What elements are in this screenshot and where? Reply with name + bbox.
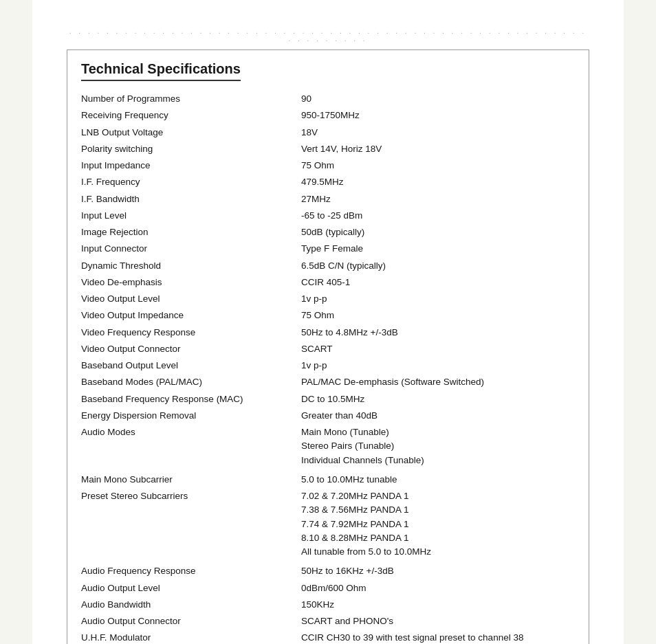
table-row: Baseband Modes (PAL/MAC)PAL/MAC De-empha… — [81, 374, 575, 390]
page-title: Technical Specifications — [81, 61, 241, 81]
table-row: Audio Bandwidth150KHz — [81, 597, 575, 613]
spec-label: Energy Dispersion Removal — [81, 408, 301, 424]
spec-label: LNB Output Voltage — [81, 124, 301, 141]
spec-value: 75 Ohm — [301, 307, 575, 324]
spec-value: Greater than 40dB — [301, 408, 575, 424]
spec-value: DC to 10.5MHz — [301, 391, 575, 408]
spec-value: CCIR 405-1 — [301, 274, 575, 291]
table-row: Input ConnectorType F Female — [81, 241, 575, 257]
spec-value: 6.5dB C/N (typically) — [301, 258, 575, 274]
spec-value: -65 to -25 dBm — [301, 208, 575, 224]
spec-value: PAL/MAC De-emphasis (Software Switched) — [301, 374, 575, 390]
table-row: Baseband Output Level1v p-p — [81, 357, 575, 374]
spec-label: Main Mono Subcarrier — [81, 471, 301, 488]
spec-value: 7.02 & 7.20MHz PANDA 17.38 & 7.56MHz PAN… — [301, 488, 575, 560]
table-row: Main Mono Subcarrier5.0 to 10.0MHz tunab… — [81, 471, 575, 488]
table-row: I.F. Frequency479.5MHz — [81, 174, 575, 190]
spec-label: Video Output Impedance — [81, 307, 301, 324]
spec-label: Video Frequency Response — [81, 324, 301, 341]
spec-label: Input Connector — [81, 241, 301, 257]
spec-label: Dynamic Threshold — [81, 258, 301, 274]
table-row: Input Level-65 to -25 dBm — [81, 208, 575, 224]
spec-value: 5.0 to 10.0MHz tunable — [301, 471, 575, 488]
spec-value: 90 — [301, 91, 575, 107]
spec-value: Vert 14V, Horiz 18V — [301, 141, 575, 157]
spec-label: Number of Programmes — [81, 91, 301, 107]
spec-label: Video Output Level — [81, 291, 301, 307]
table-row: Input Impedance75 Ohm — [81, 157, 575, 174]
table-row: Baseband Frequency Response (MAC)DC to 1… — [81, 391, 575, 408]
spec-label: U.H.F. Modulator — [81, 630, 301, 644]
table-row: Image Rejection50dB (typically) — [81, 224, 575, 241]
spec-value: SCART and PHONO's — [301, 613, 575, 630]
spec-value: 27MHz — [301, 191, 575, 208]
spec-value: SCART — [301, 341, 575, 357]
spec-label: Audio Output Level — [81, 580, 301, 597]
table-row: I.F. Bandwidth27MHz — [81, 191, 575, 208]
table-row: Video Output ConnectorSCART — [81, 341, 575, 357]
spec-value: 950-1750MHz — [301, 107, 575, 124]
spec-box: Technical Specifications Number of Progr… — [67, 49, 589, 644]
spec-label: Input Impedance — [81, 157, 301, 174]
spec-table: Number of Programmes90Receiving Frequenc… — [81, 91, 575, 644]
spec-value: Type F Female — [301, 241, 575, 257]
spec-label: Baseband Modes (PAL/MAC) — [81, 374, 301, 390]
spec-label: Input Level — [81, 208, 301, 224]
spec-label: Audio Output Connector — [81, 613, 301, 630]
top-dots: . . . . . . . . . . . . . . . . . . . . … — [67, 27, 589, 43]
table-row: Video De-emphasisCCIR 405-1 — [81, 274, 575, 291]
spec-label: Video Output Connector — [81, 341, 301, 357]
spec-value: Main Mono (Tunable)Stereo Pairs (Tunable… — [301, 424, 575, 469]
spec-value: 150KHz — [301, 597, 575, 613]
spec-label: I.F. Bandwidth — [81, 191, 301, 208]
spec-label: Audio Modes — [81, 424, 301, 469]
spec-label: Preset Stereo Subcarriers — [81, 488, 301, 560]
spec-value: 50Hz to 4.8MHz +/-3dB — [301, 324, 575, 341]
table-row: Receiving Frequency950-1750MHz — [81, 107, 575, 124]
spec-value: 0dBm/600 Ohm — [301, 580, 575, 597]
spec-label: Baseband Frequency Response (MAC) — [81, 391, 301, 408]
spec-label: Audio Frequency Response — [81, 563, 301, 579]
spec-value: 1v p-p — [301, 291, 575, 307]
spec-value: 479.5MHz — [301, 174, 575, 190]
table-row: Energy Dispersion RemovalGreater than 40… — [81, 408, 575, 424]
table-row: Video Output Level1v p-p — [81, 291, 575, 307]
spec-value: 18V — [301, 124, 575, 141]
table-row: U.H.F. ModulatorCCIR CH30 to 39 with tes… — [81, 630, 575, 644]
table-row: LNB Output Voltage18V — [81, 124, 575, 141]
table-row: Number of Programmes90 — [81, 91, 575, 107]
table-row: Polarity switchingVert 14V, Horiz 18V — [81, 141, 575, 157]
table-row: Audio Output ConnectorSCART and PHONO's — [81, 613, 575, 630]
table-row: Video Frequency Response50Hz to 4.8MHz +… — [81, 324, 575, 341]
spec-label: Audio Bandwidth — [81, 597, 301, 613]
spec-label: Receiving Frequency — [81, 107, 301, 124]
spec-value: 50dB (typically) — [301, 224, 575, 241]
spec-value: 75 Ohm — [301, 157, 575, 174]
table-row: Video Output Impedance75 Ohm — [81, 307, 575, 324]
table-row: Dynamic Threshold6.5dB C/N (typically) — [81, 258, 575, 274]
spec-label: Baseband Output Level — [81, 357, 301, 374]
table-row: Audio ModesMain Mono (Tunable)Stereo Pai… — [81, 424, 575, 469]
page: . . . . . . . . . . . . . . . . . . . . … — [32, 0, 624, 644]
spec-label: I.F. Frequency — [81, 174, 301, 190]
spec-value: 1v p-p — [301, 357, 575, 374]
table-row: Preset Stereo Subcarriers7.02 & 7.20MHz … — [81, 488, 575, 560]
spec-label: Image Rejection — [81, 224, 301, 241]
spec-value: CCIR CH30 to 39 with test signal preset … — [301, 630, 575, 644]
table-row: Audio Frequency Response50Hz to 16KHz +/… — [81, 563, 575, 579]
spec-label: Video De-emphasis — [81, 274, 301, 291]
spec-label: Polarity switching — [81, 141, 301, 157]
spec-value: 50Hz to 16KHz +/-3dB — [301, 563, 575, 579]
table-row: Audio Output Level0dBm/600 Ohm — [81, 580, 575, 597]
